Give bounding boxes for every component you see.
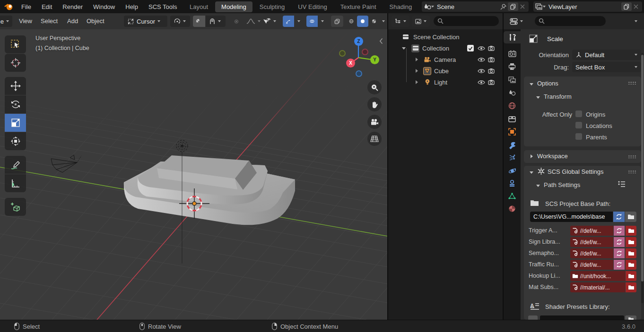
viewlayer-copy-button[interactable] <box>621 2 632 11</box>
navigation-gizmo[interactable]: Z Y X <box>337 36 381 80</box>
path-refresh-button[interactable] <box>614 237 625 247</box>
outliner-row-camera[interactable]: Camera <box>388 54 503 65</box>
viewport-menu-select[interactable]: Select <box>41 17 58 25</box>
base-path-browse-button[interactable] <box>625 212 636 222</box>
move-tool[interactable] <box>5 77 26 95</box>
disclosure-right-icon[interactable] <box>416 69 418 73</box>
menu-edit[interactable]: Edit <box>36 3 57 10</box>
snap-settings-dropdown[interactable] <box>206 16 226 27</box>
options-panel-header[interactable]: Options <box>537 80 558 87</box>
chevron-down-icon[interactable] <box>536 185 540 187</box>
menu-help[interactable]: Help <box>120 3 143 10</box>
path-field[interactable]: //def/w... <box>570 248 613 258</box>
origins-checkbox[interactable] <box>575 111 582 117</box>
tab-constraints[interactable] <box>504 177 521 189</box>
shading-wireframe-button[interactable] <box>346 16 357 27</box>
gizmo-x-neg-axis[interactable] <box>339 50 346 57</box>
menu-scs-tools[interactable]: SCS Tools <box>143 3 182 10</box>
mode-dropdown[interactable]: e <box>0 16 12 27</box>
transform-tool[interactable] <box>5 132 26 150</box>
viewlayer-name[interactable]: ViewLayer <box>546 3 620 10</box>
transform-orientation-dropdown[interactable]: Cursor <box>124 16 167 27</box>
gizmo-z-axis[interactable]: Z <box>354 37 363 46</box>
disable-render-toggle[interactable] <box>488 57 495 62</box>
outliner-row-scene-collection[interactable]: Scene Collection <box>388 31 503 43</box>
path-browse-button[interactable] <box>626 226 636 236</box>
scene-selector[interactable]: Scene <box>422 1 529 12</box>
path-browse-button[interactable] <box>626 248 636 258</box>
viewport-menu-add[interactable]: Add <box>67 17 78 25</box>
shader-presets-input[interactable] <box>540 315 624 320</box>
gizmo-z-neg-axis[interactable] <box>356 70 362 77</box>
menu-file[interactable]: File <box>16 3 36 10</box>
scs-global-settings-header[interactable]: SCS Global Settings <box>548 168 604 175</box>
camera-view-button[interactable] <box>367 115 382 129</box>
outliner-row-light[interactable]: Light <box>388 77 503 88</box>
tab-view-layer[interactable] <box>504 74 521 86</box>
panel-grip-icon[interactable] <box>628 170 636 173</box>
annotate-tool[interactable] <box>5 156 26 174</box>
path-browse-button[interactable] <box>626 260 636 270</box>
gizmos-dropdown[interactable] <box>294 16 305 27</box>
snap-toggle-button[interactable] <box>193 16 205 27</box>
tab-modifiers[interactable] <box>504 139 521 151</box>
viewport-3d[interactable]: User Perspective (1) Collection | Cube <box>0 29 387 320</box>
drag-dropdown[interactable]: Select Box <box>572 62 641 72</box>
path-browse-button[interactable] <box>626 282 636 292</box>
viewport-menu-object[interactable]: Object <box>87 17 104 25</box>
panel-grip-icon[interactable] <box>628 155 636 158</box>
object-visibility-dropdown[interactable] <box>259 16 281 27</box>
path-settings-header[interactable]: Path Settings <box>544 181 580 188</box>
viewport-scene[interactable] <box>0 29 387 320</box>
path-presets-list-button[interactable] <box>617 180 627 188</box>
tab-collection[interactable] <box>504 113 521 125</box>
hide-viewport-toggle[interactable] <box>478 68 485 74</box>
gizmo-y-axis[interactable]: Y <box>370 55 379 64</box>
collection-checkbox[interactable] <box>467 45 474 51</box>
locations-checkbox[interactable] <box>575 122 582 128</box>
path-field[interactable]: //def/w... <box>570 226 613 236</box>
tab-physics[interactable] <box>504 165 521 177</box>
gizmo-x-axis[interactable]: X <box>346 59 355 68</box>
properties-options-dropdown[interactable] <box>631 16 642 27</box>
disable-render-toggle[interactable] <box>488 68 495 74</box>
ortho-toggle-button[interactable] <box>367 132 382 146</box>
outliner-display-mode-dropdown[interactable] <box>392 16 409 27</box>
tab-world[interactable] <box>504 100 521 112</box>
tab-render[interactable] <box>504 47 521 60</box>
path-field[interactable]: //def/w... <box>570 237 613 247</box>
tab-layout[interactable]: Layout <box>183 1 214 12</box>
scene-copy-button[interactable] <box>508 2 518 11</box>
disable-render-toggle[interactable] <box>488 45 495 51</box>
tab-texture-paint[interactable]: Texture Paint <box>334 1 383 12</box>
tab-sculpting[interactable]: Sculpting <box>253 1 291 12</box>
viewlayer-selector[interactable]: ViewLayer <box>533 1 642 12</box>
properties-editor-dropdown[interactable] <box>506 16 527 27</box>
hide-viewport-toggle[interactable] <box>478 57 485 62</box>
gizmo-y-neg-axis[interactable] <box>362 49 368 55</box>
tab-scene[interactable] <box>504 86 521 99</box>
pivot-point-dropdown[interactable] <box>170 16 190 27</box>
tab-material[interactable] <box>504 203 521 215</box>
scene-name[interactable]: Scene <box>434 3 500 10</box>
gizmos-toggle-button[interactable] <box>283 16 294 27</box>
chevron-down-icon[interactable] <box>536 96 540 99</box>
tab-modeling[interactable]: Modeling <box>215 1 252 12</box>
scale-tool[interactable] <box>5 114 26 132</box>
shader-presets-browse-button[interactable] <box>625 315 636 320</box>
properties-scrollbar[interactable] <box>641 53 644 303</box>
workspace-panel-header[interactable]: Workspace <box>537 153 568 160</box>
chevron-down-icon[interactable] <box>530 83 533 85</box>
path-browse-button[interactable] <box>626 237 636 247</box>
tab-shading[interactable]: Shading <box>383 1 418 12</box>
disclosure-right-icon[interactable] <box>416 80 418 84</box>
hide-viewport-toggle[interactable] <box>478 46 485 51</box>
transform-subpanel-header[interactable]: Transform <box>544 93 572 100</box>
disclosure-down-icon[interactable] <box>402 47 406 50</box>
shading-material-button[interactable] <box>368 16 380 27</box>
shading-dropdown[interactable] <box>379 16 387 27</box>
base-path-refresh-button[interactable] <box>613 212 625 222</box>
tab-output[interactable] <box>504 60 521 73</box>
path-refresh-button[interactable] <box>614 226 625 236</box>
chevron-down-icon[interactable] <box>530 171 533 174</box>
